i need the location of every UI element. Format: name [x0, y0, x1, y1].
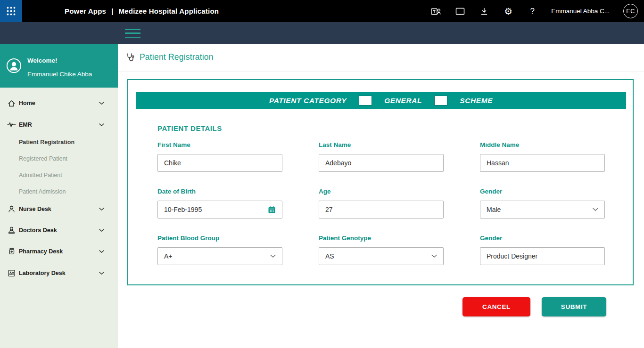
chevron-down-icon	[99, 250, 104, 253]
scheme-checkbox[interactable]	[434, 96, 447, 105]
page-header: Patient Registration	[126, 52, 214, 62]
sidebar-item-pharmacy-desk[interactable]: Pharmacy Desk	[0, 245, 118, 258]
sidebar: Welcome! Emmanuel Chike Abba Home EMR	[0, 44, 118, 348]
chevron-down-icon	[431, 254, 437, 258]
blood-group-select[interactable]: A+	[157, 247, 282, 265]
title-separator: |	[111, 7, 113, 15]
occupation-input[interactable]	[480, 247, 605, 265]
sidebar-item-label: Patient Registration	[19, 139, 74, 146]
page-title: Patient Registration	[140, 52, 214, 62]
genotype-label: Patient Genotype	[319, 235, 444, 242]
nurse-icon	[7, 205, 16, 214]
secondary-nav-bar	[0, 22, 644, 44]
age-input[interactable]	[319, 201, 444, 219]
sidebar-item-label: Laboratory Desk	[19, 270, 66, 276]
gender-field-group: Gender Male	[480, 188, 605, 219]
occupation-gender-label: Gender	[480, 235, 605, 242]
user-name[interactable]: Emmanuel Abba C...	[551, 8, 610, 15]
sidebar-item-doctors-desk[interactable]: Doctors Desk	[0, 224, 118, 236]
header-divider	[118, 72, 644, 72]
chevron-down-icon	[99, 208, 104, 211]
registration-card: PATIENT CATEGORY GENERAL SCHEME PATIENT …	[127, 79, 634, 285]
submit-button[interactable]: SUBMIT	[542, 297, 606, 316]
user-avatar[interactable]: EC	[623, 4, 638, 18]
age-field-group: Age	[319, 188, 444, 219]
top-bar: Power Apps | Medizee Hospital Applicatio…	[0, 0, 644, 22]
pharmacy-icon	[7, 247, 16, 256]
sidebar-item-laboratory-desk[interactable]: Laboratory Desk	[0, 267, 118, 279]
date-of-birth-label: Date of Birth	[157, 188, 282, 195]
genotype-value: AS	[325, 252, 334, 260]
gender-select[interactable]: Male	[480, 201, 605, 219]
first-name-field-group: First Name	[157, 141, 282, 172]
chevron-down-icon	[593, 208, 598, 211]
sidebar-item-label: Doctors Desk	[19, 227, 57, 234]
app-subtitle: Medizee Hospital Application	[119, 7, 219, 15]
patient-category-title: PATIENT CATEGORY	[269, 97, 347, 105]
sidebar-menu: Home EMR Patient Registration Registered…	[0, 88, 118, 348]
sidebar-item-label: Admitted Patient	[19, 172, 62, 178]
emr-pulse-icon	[7, 121, 16, 129]
middle-name-label: Middle Name	[480, 141, 605, 148]
fit-to-screen-icon[interactable]	[455, 6, 465, 16]
last-name-field-group: Last Name	[319, 141, 444, 172]
genotype-field-group: Patient Genotype AS	[319, 235, 444, 265]
sidebar-item-nurse-desk[interactable]: Nurse Desk	[0, 203, 118, 215]
user-circle-icon	[6, 58, 22, 73]
download-icon[interactable]	[479, 6, 489, 16]
sidebar-item-label: Registered Patient	[19, 155, 67, 162]
app-name: Power Apps	[65, 7, 106, 15]
sidebar-item-label: Patient Admission	[19, 188, 66, 195]
first-name-input[interactable]	[157, 154, 282, 172]
scheme-label: SCHEME	[460, 97, 493, 105]
sidebar-item-label: Nurse Desk	[19, 206, 51, 212]
sidebar-item-label: EMR	[19, 121, 32, 128]
gender-value: Male	[487, 206, 501, 213]
welcome-panel: Welcome! Emmanuel Chike Abba	[0, 44, 118, 88]
occupation-field-group: Gender	[480, 235, 605, 265]
date-of-birth-value: 10-Feb-1995	[164, 206, 202, 213]
teams-icon[interactable]	[431, 6, 441, 16]
sidebar-item-emr[interactable]: EMR	[0, 119, 118, 131]
doctor-icon	[7, 226, 16, 235]
sidebar-item-registered-patient[interactable]: Registered Patient	[0, 153, 118, 165]
app-title-group: Power Apps | Medizee Hospital Applicatio…	[65, 7, 219, 15]
patient-details-heading: PATIENT DETAILS	[157, 124, 222, 132]
calendar-icon	[268, 206, 276, 214]
sidebar-item-patient-admission[interactable]: Patient Admission	[0, 186, 118, 198]
welcome-user-name: Emmanuel Chike Abba	[27, 71, 92, 78]
cancel-button[interactable]: CANCEL	[462, 297, 530, 316]
app-launcher-button[interactable]	[0, 0, 22, 22]
chevron-down-icon	[99, 229, 104, 232]
last-name-input[interactable]	[319, 154, 444, 172]
sidebar-item-home[interactable]: Home	[0, 97, 118, 109]
waffle-icon	[6, 6, 16, 16]
gender-label: Gender	[480, 188, 605, 195]
middle-name-input[interactable]	[480, 154, 605, 172]
genotype-select[interactable]: AS	[319, 247, 444, 265]
last-name-label: Last Name	[319, 141, 444, 148]
blood-group-field-group: Patient Blood Group A+	[157, 235, 282, 265]
sidebar-item-admitted-patient[interactable]: Admitted Patient	[0, 169, 118, 181]
first-name-label: First Name	[157, 141, 282, 148]
top-bar-actions: ⚙ ? Emmanuel Abba C... EC	[431, 0, 644, 22]
sidebar-item-label: Pharmacy Desk	[19, 248, 63, 255]
blood-group-value: A+	[164, 252, 173, 260]
home-icon	[7, 99, 16, 108]
chevron-down-icon	[99, 272, 104, 275]
main-content: Patient Registration PATIENT CATEGORY GE…	[118, 44, 644, 348]
patient-category-bar: PATIENT CATEGORY GENERAL SCHEME	[136, 92, 626, 109]
sidebar-item-label: Home	[19, 100, 35, 106]
date-of-birth-field-group: Date of Birth 10-Feb-1995	[157, 188, 282, 219]
sidebar-item-patient-registration[interactable]: Patient Registration	[0, 136, 118, 148]
chevron-down-icon	[99, 123, 104, 127]
help-icon[interactable]: ?	[527, 6, 537, 16]
general-label: GENERAL	[384, 97, 422, 105]
general-checkbox[interactable]	[359, 96, 372, 105]
hamburger-menu-icon[interactable]	[125, 29, 140, 38]
chevron-down-icon	[99, 102, 104, 105]
age-label: Age	[319, 188, 444, 195]
date-of-birth-picker[interactable]: 10-Feb-1995	[157, 201, 282, 219]
stethoscope-icon	[126, 53, 134, 62]
settings-gear-icon[interactable]: ⚙	[503, 6, 513, 16]
